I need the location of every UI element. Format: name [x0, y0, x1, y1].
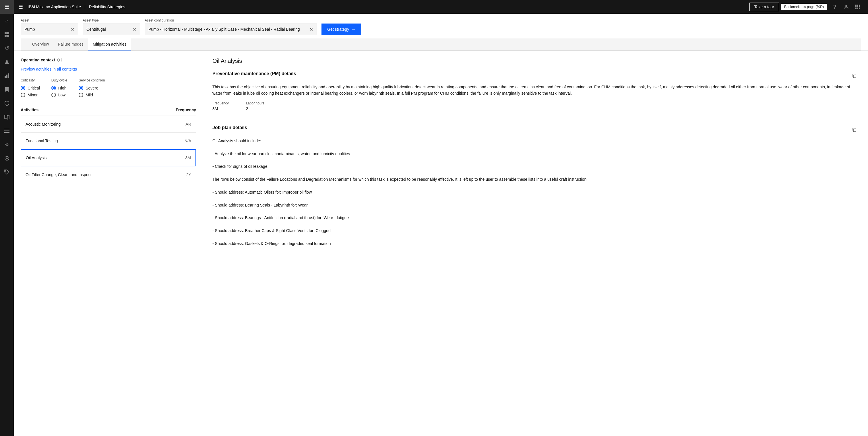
- asset-config-value: Pump - Horizontal - Multistage - Axially…: [148, 27, 307, 32]
- criticality-critical-option[interactable]: Critical: [21, 86, 40, 90]
- pm-details-title: Preventative maintenance (PM) details: [212, 71, 296, 76]
- service-condition-filter-group: Service condition Severe Mild: [79, 78, 105, 97]
- activities-col-label: Activities: [21, 107, 38, 112]
- sidebar: ☰ ⌂ ↺ ⚙: [0, 0, 14, 436]
- pm-details-header: Preventative maintenance (PM) details: [212, 71, 859, 80]
- duty-cycle-high-label: High: [58, 86, 67, 90]
- criticality-critical-radio[interactable]: [21, 86, 25, 90]
- asset-type-clear-button[interactable]: ✕: [133, 27, 136, 32]
- activity-row[interactable]: Acoustic Monitoring AR: [21, 116, 196, 133]
- dashboard-icon[interactable]: [0, 28, 14, 41]
- svg-point-17: [845, 5, 847, 7]
- activity-name: Oil Filter Change, Clean, and Inspect: [26, 172, 92, 177]
- service-condition-severe-radio[interactable]: [79, 86, 83, 90]
- asset-config-label: Asset configuration: [145, 19, 317, 22]
- job-plan-header: Job plan details: [212, 125, 859, 134]
- criticality-filter-group: Criticality Critical Minor: [21, 78, 40, 97]
- hamburger-icon[interactable]: ☰: [19, 4, 23, 10]
- activity-row[interactable]: Oil Filter Change, Clean, and Inspect 2Y: [21, 166, 196, 183]
- duty-cycle-high-option[interactable]: High: [51, 86, 67, 90]
- user-button[interactable]: [840, 0, 852, 14]
- brand-label: IBM Maximo Application Suite: [28, 5, 81, 9]
- job-plan-section: Job plan details Oil Analysis should inc…: [212, 125, 859, 247]
- svg-point-14: [5, 156, 9, 160]
- frequency-meta: Frequency 3M: [212, 101, 229, 111]
- chart-icon[interactable]: [0, 69, 14, 82]
- map-icon[interactable]: [0, 110, 14, 124]
- asset-input[interactable]: Pump ✕: [21, 24, 78, 35]
- criticality-minor-radio[interactable]: [21, 93, 25, 97]
- bookmark2-icon[interactable]: [0, 82, 14, 96]
- svg-rect-7: [8, 73, 9, 78]
- activity-row[interactable]: Functional Testing N/A: [21, 133, 196, 149]
- settings-icon[interactable]: ⚙: [0, 138, 14, 152]
- duty-cycle-label: Duty cycle: [51, 78, 67, 82]
- shield-icon[interactable]: [0, 96, 14, 110]
- svg-rect-23: [859, 6, 860, 7]
- activity-name: Oil Analysis: [26, 156, 46, 160]
- svg-point-4: [6, 60, 8, 62]
- svg-rect-20: [859, 5, 860, 6]
- history-icon[interactable]: ↺: [0, 41, 14, 55]
- tag-icon[interactable]: [0, 165, 14, 179]
- grid-apps-button[interactable]: [852, 0, 863, 14]
- pm-copy-icon[interactable]: [849, 71, 859, 80]
- topnav: ☰ IBM Maximo Application Suite | Reliabi…: [14, 0, 868, 14]
- context-filters: Criticality Critical Minor Du: [21, 78, 196, 97]
- duty-cycle-filter-group: Duty cycle High Low: [51, 78, 67, 97]
- asset-type-label: Asset type: [83, 19, 140, 22]
- labor-hours-value: 2: [246, 106, 265, 111]
- frequency-col-label: Frequency: [176, 107, 196, 112]
- svg-point-15: [6, 158, 7, 159]
- service-condition-label: Service condition: [79, 78, 105, 82]
- activities-table-header: Activities Frequency: [21, 104, 196, 116]
- activity-frequency: 2Y: [186, 172, 191, 177]
- asset-type-input[interactable]: Centrifugal ✕: [83, 24, 140, 35]
- activity-frequency: N/A: [185, 139, 191, 143]
- asset-clear-button[interactable]: ✕: [71, 27, 74, 32]
- left-panel: Operating context i Preview activities i…: [14, 51, 203, 436]
- tab-failure-modes[interactable]: Failure modes: [53, 38, 88, 51]
- activity-name: Functional Testing: [26, 139, 58, 143]
- info-icon[interactable]: i: [57, 58, 62, 62]
- asset-config-field-group: Asset configuration Pump - Horizontal - …: [145, 19, 317, 35]
- svg-rect-22: [857, 6, 858, 7]
- svg-rect-21: [856, 6, 857, 7]
- svg-rect-28: [854, 129, 856, 132]
- svg-rect-1: [7, 32, 9, 34]
- job-plan-copy-icon[interactable]: [849, 125, 859, 134]
- service-condition-mild-option[interactable]: Mild: [79, 93, 105, 97]
- home-icon[interactable]: ⌂: [0, 14, 14, 28]
- tab-overview[interactable]: Overview: [28, 38, 53, 51]
- pm-details-section: Preventative maintenance (PM) details Th…: [212, 71, 859, 111]
- asset-label: Asset: [21, 19, 78, 22]
- duty-cycle-low-radio[interactable]: [51, 93, 56, 97]
- take-tour-button[interactable]: Take a tour: [749, 3, 779, 11]
- service-condition-mild-radio[interactable]: [79, 93, 83, 97]
- help-button[interactable]: ?: [829, 0, 840, 14]
- tab-mitigation-activities[interactable]: Mitigation activities: [88, 38, 131, 51]
- bookmark-button[interactable]: Bookmark this page (⌘D): [781, 4, 827, 10]
- criticality-critical-label: Critical: [28, 86, 40, 90]
- list-icon[interactable]: [0, 124, 14, 138]
- star-icon[interactable]: [0, 152, 14, 165]
- activity-row[interactable]: Oil Analysis 3M: [21, 149, 196, 166]
- asset-config-clear-button[interactable]: ✕: [309, 27, 313, 32]
- right-panel: Oil Analysis Preventative maintenance (P…: [203, 51, 868, 436]
- nav-divider: |: [84, 5, 86, 9]
- labor-hours-meta: Labor hours 2: [246, 101, 265, 111]
- duty-cycle-high-radio[interactable]: [51, 86, 56, 90]
- detail-title: Oil Analysis: [212, 58, 859, 64]
- menu-icon[interactable]: ☰: [0, 0, 14, 14]
- svg-rect-3: [7, 35, 9, 37]
- service-condition-severe-option[interactable]: Severe: [79, 86, 105, 90]
- duty-cycle-low-option[interactable]: Low: [51, 93, 67, 97]
- criticality-minor-option[interactable]: Minor: [21, 93, 40, 97]
- person-icon[interactable]: [0, 55, 14, 69]
- svg-rect-2: [5, 35, 7, 37]
- asset-config-input[interactable]: Pump - Horizontal - Multistage - Axially…: [145, 24, 317, 35]
- preview-link[interactable]: Preview activities in all contexts: [21, 67, 196, 71]
- get-strategy-button[interactable]: Get strategy →: [321, 24, 361, 35]
- operating-context-title: Operating context: [21, 58, 55, 62]
- svg-rect-12: [4, 131, 9, 131]
